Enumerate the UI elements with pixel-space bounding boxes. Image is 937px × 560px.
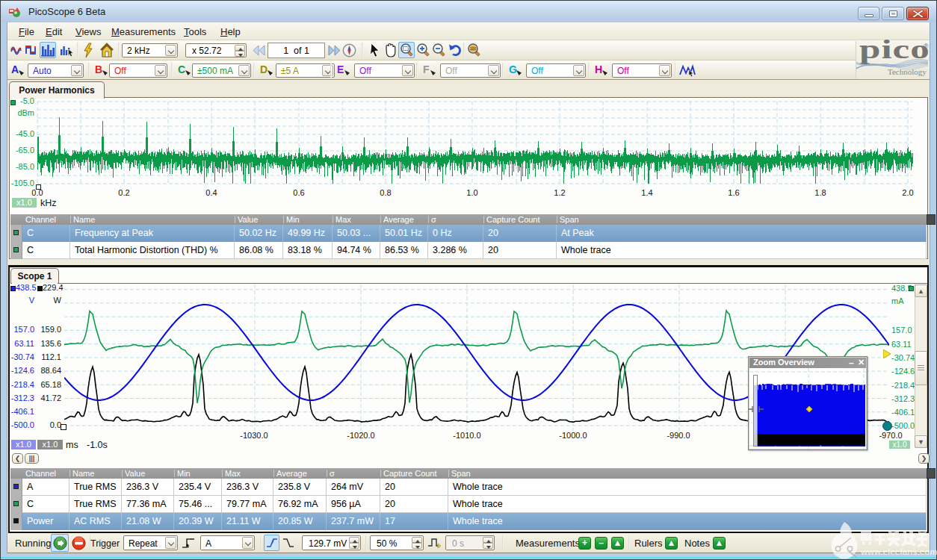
svg-text:100: 100: [470, 46, 477, 51]
svg-text:www.elecfans.com: www.elecfans.com: [860, 547, 937, 556]
